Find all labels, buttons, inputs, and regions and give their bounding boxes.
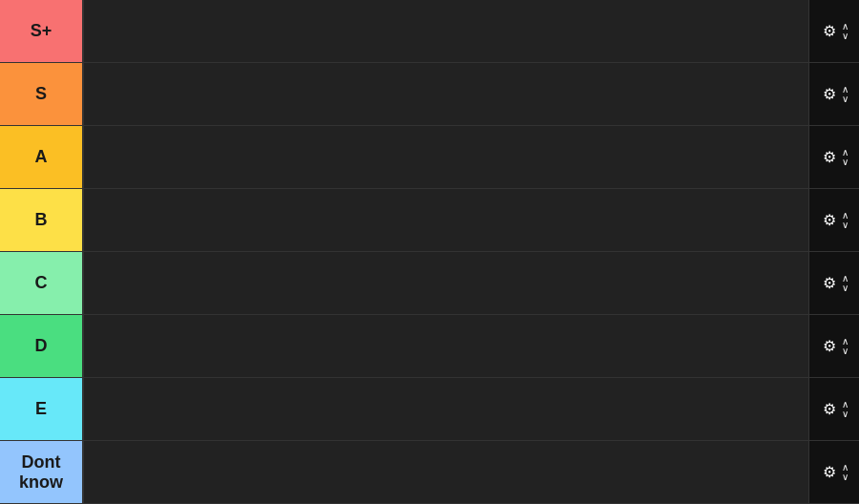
arrows-group-splus: ∧∨ — [842, 22, 849, 41]
gear-button-s[interactable]: ⚙ — [821, 83, 838, 105]
tier-controls-e: ⚙∧∨ — [809, 378, 859, 440]
tier-row-a: A⚙∧∨ — [0, 126, 859, 189]
tier-content-b[interactable] — [84, 189, 809, 251]
tier-list: S+⚙∧∨S⚙∧∨A⚙∧∨B⚙∧∨C⚙∧∨D⚙∧∨E⚙∧∨Dont know⚙∧… — [0, 0, 859, 504]
down-button-dontknow[interactable]: ∨ — [842, 472, 849, 482]
tier-row-b: B⚙∧∨ — [0, 189, 859, 252]
tier-row-d: D⚙∧∨ — [0, 315, 859, 378]
tier-controls-splus: ⚙∧∨ — [809, 0, 859, 62]
up-button-c[interactable]: ∧ — [842, 274, 849, 284]
arrows-group-b: ∧∨ — [842, 211, 849, 230]
down-button-c[interactable]: ∨ — [842, 284, 849, 293]
down-button-d[interactable]: ∨ — [842, 346, 849, 356]
tier-content-a[interactable] — [84, 126, 809, 188]
tier-controls-inner-d: ⚙∧∨ — [821, 335, 849, 357]
tier-label-splus: S+ — [0, 0, 84, 62]
tier-row-s: S⚙∧∨ — [0, 63, 859, 126]
tier-content-e[interactable] — [84, 378, 809, 440]
gear-button-splus[interactable]: ⚙ — [821, 20, 838, 42]
tier-label-b: B — [0, 189, 84, 251]
tier-controls-c: ⚙∧∨ — [809, 252, 859, 314]
tier-content-s[interactable] — [84, 63, 809, 125]
arrows-group-dontknow: ∧∨ — [842, 463, 849, 482]
tier-label-s: S — [0, 63, 84, 125]
tier-controls-b: ⚙∧∨ — [809, 189, 859, 251]
down-button-splus[interactable]: ∨ — [842, 32, 849, 41]
up-button-splus[interactable]: ∧ — [842, 22, 849, 32]
tier-controls-inner-a: ⚙∧∨ — [821, 146, 849, 168]
down-button-b[interactable]: ∨ — [842, 220, 849, 230]
tier-content-d[interactable] — [84, 315, 809, 377]
arrows-group-d: ∧∨ — [842, 337, 849, 356]
gear-button-dontknow[interactable]: ⚙ — [821, 461, 838, 483]
tier-controls-inner-dontknow: ⚙∧∨ — [821, 461, 849, 483]
tier-controls-inner-b: ⚙∧∨ — [821, 209, 849, 231]
up-button-dontknow[interactable]: ∧ — [842, 463, 849, 472]
tier-row-dontknow: Dont know⚙∧∨ — [0, 441, 859, 504]
up-button-b[interactable]: ∧ — [842, 211, 849, 220]
tier-controls-inner-c: ⚙∧∨ — [821, 272, 849, 294]
down-button-a[interactable]: ∨ — [842, 158, 849, 167]
tier-content-splus[interactable] — [84, 0, 809, 62]
tier-label-e: E — [0, 378, 84, 440]
tier-controls-dontknow: ⚙∧∨ — [809, 441, 859, 503]
arrows-group-c: ∧∨ — [842, 274, 849, 293]
tier-label-d: D — [0, 315, 84, 377]
gear-button-c[interactable]: ⚙ — [821, 272, 838, 294]
tier-label-a: A — [0, 126, 84, 188]
tier-content-c[interactable] — [84, 252, 809, 314]
arrows-group-a: ∧∨ — [842, 148, 849, 167]
gear-button-a[interactable]: ⚙ — [821, 146, 838, 168]
up-button-e[interactable]: ∧ — [842, 400, 849, 410]
arrows-group-s: ∧∨ — [842, 85, 849, 104]
tier-controls-s: ⚙∧∨ — [809, 63, 859, 125]
up-button-d[interactable]: ∧ — [842, 337, 849, 346]
tier-row-splus: S+⚙∧∨ — [0, 0, 859, 63]
tier-row-e: E⚙∧∨ — [0, 378, 859, 441]
tier-row-c: C⚙∧∨ — [0, 252, 859, 315]
down-button-e[interactable]: ∨ — [842, 410, 849, 419]
gear-button-b[interactable]: ⚙ — [821, 209, 838, 231]
tier-controls-a: ⚙∧∨ — [809, 126, 859, 188]
tier-controls-inner-s: ⚙∧∨ — [821, 83, 849, 105]
tier-controls-inner-splus: ⚙∧∨ — [821, 20, 849, 42]
gear-button-e[interactable]: ⚙ — [821, 398, 838, 420]
tier-controls-d: ⚙∧∨ — [809, 315, 859, 377]
up-button-a[interactable]: ∧ — [842, 148, 849, 158]
tier-label-c: C — [0, 252, 84, 314]
down-button-s[interactable]: ∨ — [842, 94, 849, 104]
tier-content-dontknow[interactable] — [84, 441, 809, 503]
tier-controls-inner-e: ⚙∧∨ — [821, 398, 849, 420]
up-button-s[interactable]: ∧ — [842, 85, 849, 94]
gear-button-d[interactable]: ⚙ — [821, 335, 838, 357]
arrows-group-e: ∧∨ — [842, 400, 849, 419]
tier-label-dontknow: Dont know — [0, 441, 84, 503]
